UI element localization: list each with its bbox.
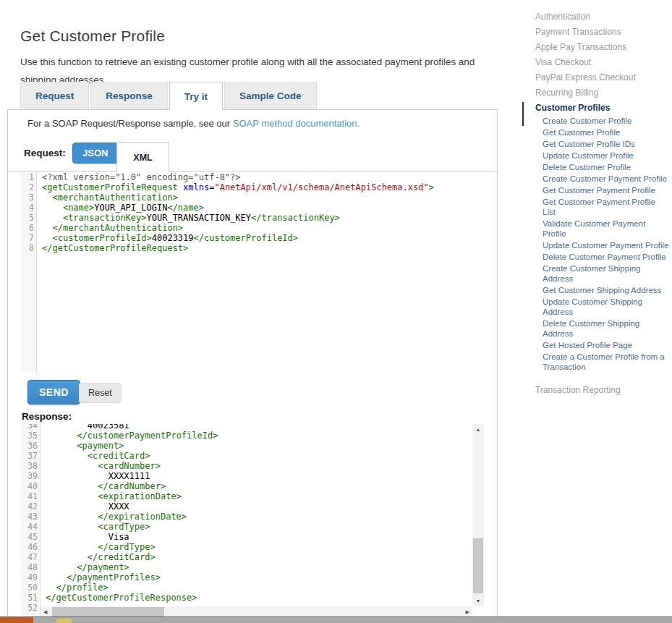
request-format-bar: Request: JSON XML — [8, 139, 497, 171]
vertical-scrollbar[interactable]: ▲ ▼ — [472, 424, 484, 606]
horizontal-scrollbar[interactable]: ◀ ▶ — [41, 606, 472, 617]
sidebar-item-recurring-billing[interactable]: Recurring Billing — [535, 85, 670, 100]
sidebar-section-customer-profiles: Customer ProfilesCreate Customer Profile… — [535, 100, 670, 373]
sidebar-item-authentication[interactable]: Authentication — [535, 9, 670, 24]
sidebar-item-visa-checkout[interactable]: Visa Checkout — [535, 54, 670, 69]
response-label: Response: — [22, 411, 72, 422]
sidebar-item-paypal-express-checkout[interactable]: PayPal Express Checkout — [535, 69, 670, 85]
sidebar-item-update-customer-shipping-address[interactable]: Update Customer Shipping Address — [535, 296, 670, 318]
xml-format-tab[interactable]: XML — [116, 142, 169, 172]
response-code: 40023581 </customerPaymentProfileId> <pa… — [46, 424, 484, 613]
doc-tabs: RequestResponseTry itSample Code — [20, 82, 317, 110]
sidebar-nav: AuthenticationPayment TransactionsApple … — [535, 9, 670, 397]
sidebar-item-delete-customer-shipping-address[interactable]: Delete Customer Shipping Address — [535, 318, 670, 339]
sidebar-item-apple-pay-transactions[interactable]: Apple Pay Transactions — [535, 39, 670, 54]
sidebar-item-create-customer-payment-profile[interactable]: Create Customer Payment Profile — [535, 173, 670, 185]
sidebar-item-create-customer-profile[interactable]: Create Customer Profile — [535, 115, 670, 127]
sidebar-item-get-customer-shipping-address[interactable]: Get Customer Shipping Address — [535, 284, 670, 296]
scroll-left-arrow-icon[interactable]: ◀ — [43, 609, 47, 614]
sidebar-item-get-hosted-profile-page[interactable]: Get Hosted Profile Page — [535, 339, 670, 351]
tab-sample-code[interactable]: Sample Code — [224, 82, 317, 109]
request-label: Request: — [24, 148, 66, 158]
soap-note-text: For a SOAP Request/Response sample, see … — [27, 118, 233, 129]
taskbar-app-orange[interactable] — [0, 617, 33, 623]
sidebar-item-payment-transactions[interactable]: Payment Transactions — [535, 24, 670, 39]
request-code: <?xml version="1.0" encoding="utf-8"?><g… — [42, 172, 490, 253]
page-title: Get Customer Profile — [20, 27, 165, 45]
soap-note: For a SOAP Request/Response sample, see … — [27, 118, 360, 129]
sidebar-item-get-customer-profile-ids[interactable]: Get Customer Profile IDs — [535, 138, 670, 150]
scroll-down-arrow-icon[interactable]: ▼ — [472, 598, 484, 603]
sidebar-item-get-customer-payment-profile[interactable]: Get Customer Payment Profile — [535, 185, 670, 196]
reset-button[interactable]: Reset — [79, 383, 122, 403]
vertical-scroll-thumb[interactable] — [473, 538, 483, 593]
scroll-up-arrow-icon[interactable]: ▲ — [472, 427, 484, 432]
active-section-indicator — [522, 102, 524, 126]
json-format-button[interactable]: JSON — [72, 143, 118, 164]
response-line-numbers: 34353637383940414243444546474849505152 — [21, 424, 41, 613]
tryit-panel: For a SOAP Request/Response sample, see … — [7, 109, 498, 623]
taskbar-app-yellow[interactable] — [56, 619, 72, 623]
sidebar-item-delete-customer-payment-profile[interactable]: Delete Customer Payment Profile — [535, 251, 670, 263]
tab-request[interactable]: Request — [20, 82, 89, 109]
sidebar-item-create-customer-shipping-address[interactable]: Create Customer Shipping Address — [535, 263, 670, 284]
scroll-right-arrow-icon[interactable]: ▶ — [466, 609, 469, 614]
sidebar-item-update-customer-payment-profile[interactable]: Update Customer Payment Profile — [535, 240, 670, 251]
sidebar-item-transaction-reporting[interactable]: Transaction Reporting — [535, 382, 670, 397]
sidebar-item-delete-customer-profile[interactable]: Delete Customer Profile — [535, 161, 670, 173]
response-code-editor[interactable]: 34353637383940414243444546474849505152 4… — [21, 424, 484, 617]
taskbar[interactable] — [0, 616, 672, 623]
soap-doc-link[interactable]: SOAP method documentation. — [233, 118, 360, 129]
request-line-numbers: 12345678 — [21, 172, 37, 253]
horizontal-scroll-thumb[interactable] — [52, 607, 164, 616]
tab-response[interactable]: Response — [90, 82, 168, 109]
tab-try-it[interactable]: Try it — [169, 82, 223, 110]
sidebar-header-customer-profiles[interactable]: Customer Profiles — [535, 100, 670, 115]
sidebar-item-validate-customer-payment-profile[interactable]: Validate Customer Payment Profile — [535, 218, 670, 240]
sidebar-item-get-customer-profile[interactable]: Get Customer Profile — [535, 127, 670, 138]
sidebar-item-create-a-customer-profile-from-a-transaction[interactable]: Create a Customer Profile from a Transac… — [535, 351, 670, 373]
send-button[interactable]: SEND — [27, 380, 80, 404]
sidebar-item-get-customer-payment-profile-list[interactable]: Get Customer Payment Profile List — [535, 196, 670, 218]
request-code-editor[interactable]: 12345678 <?xml version="1.0" encoding="u… — [21, 172, 490, 373]
sidebar-item-update-customer-profile[interactable]: Update Customer Profile — [535, 150, 670, 161]
